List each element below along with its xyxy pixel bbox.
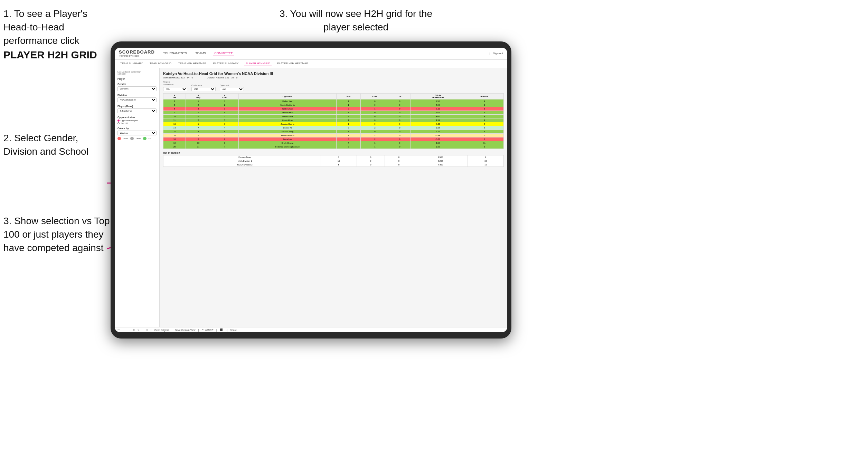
grid-area: Katelyn Vo Head-to-Head Grid for Women's… xyxy=(160,68,507,327)
opponents-label: Opponents: xyxy=(163,84,187,86)
table-row: 16 1 3 Jessica Mason 1 2 0 -0.94 7 xyxy=(163,133,504,137)
region-filter-select[interactable]: (All) xyxy=(163,87,187,91)
opponent-view-label: Opponent view xyxy=(117,116,157,118)
colour-by-select[interactable]: Win/loss xyxy=(117,131,157,135)
toolbar-sep2: | xyxy=(172,329,172,331)
col-diff: Diff AvStrokes/Rnd xyxy=(411,93,465,99)
filters-row: Region Opponents: (All) Conference (All) xyxy=(163,81,504,91)
instruction-step1: 1. To see a Player's Head-to-Head perfor… xyxy=(3,7,114,62)
toolbar-view-original[interactable]: View: Original xyxy=(154,329,169,331)
radio-opponents-played[interactable]: Opponents Played xyxy=(117,120,157,122)
header-right: | Sign out xyxy=(490,52,503,55)
grid-records: Overall Record: 353 - 34 - 6 Division Re… xyxy=(163,76,504,79)
table-row: 10 6 3 Andrea York 2 0 0 4.00 4 xyxy=(163,114,504,118)
subnav-team-h2h-grid[interactable]: TEAM H2H GRID xyxy=(148,61,173,66)
subnav-team-summary[interactable]: TEAM SUMMARY xyxy=(119,61,144,66)
nav-committee[interactable]: COMMITTEE xyxy=(213,51,234,56)
table-row: 5 2 2 Alexis Sudjianto 1 0 0 4.00 3 xyxy=(163,103,504,107)
main-data-table: #Div #Reg #Conf Opponent Win Loss Tie Di… xyxy=(163,93,504,149)
table-row: 9 1 4 Sharon Mun 1 0 0 3.67 3 xyxy=(163,111,504,114)
col-div: #Div xyxy=(163,93,186,99)
player-rank-label: Player (Rank) xyxy=(117,105,157,107)
opponent-view-section: Opponent view Opponents Played Top 100 xyxy=(117,116,157,124)
header-divider: | xyxy=(490,52,490,55)
logo-sub: Powered by clippd xyxy=(119,55,155,57)
sidebar: Last Updated: 27/03/2024 16:55:38 Player… xyxy=(115,68,160,327)
toolbar-watch[interactable]: 👁 Watch ▾ xyxy=(202,328,214,331)
col-opponent: Opponent xyxy=(239,93,336,99)
toolbar-forward[interactable]: → xyxy=(128,329,130,331)
sidebar-player-section: Player xyxy=(117,78,157,80)
table-row: 3 1 1 Esther Lee 1 0 0 1.50 4 xyxy=(163,99,504,103)
ood-table-row: NCAA Division 2 5 0 0 7.400 10 xyxy=(163,163,504,166)
ood-table-row: Foreign Team 1 0 0 4.500 2 xyxy=(163,155,504,159)
col-conf: #Conf xyxy=(211,93,239,99)
radio-dot-top100 xyxy=(117,122,120,124)
table-row: 11 2 5 Heejo Hyun 1 0 0 3.33 3 xyxy=(163,118,504,122)
player-rank-select[interactable]: 8. Katelyn Vo xyxy=(117,108,157,113)
toolbar-download[interactable]: ⬛ xyxy=(220,328,223,331)
toolbar-undo[interactable]: ↩ xyxy=(117,328,120,331)
toolbar-clock[interactable]: ◷ xyxy=(146,328,148,331)
table-row: 18 2 2 Euna Lee 0 2 0 -5.00 2 xyxy=(163,137,504,141)
app-header: SCOREBOARD Powered by clippd TOURNAMENTS… xyxy=(115,48,507,60)
subnav-player-h2h-grid[interactable]: PLAYER H2H GRID xyxy=(244,61,272,66)
table-row: 19 10 6 Emily Chang 4 1 0 0.30 11 xyxy=(163,141,504,145)
toolbar-sep3: | xyxy=(198,329,199,331)
overall-record: Overall Record: 353 - 34 - 6 xyxy=(163,76,193,79)
colour-label-up: Up xyxy=(149,137,151,140)
nav-teams[interactable]: TEAMS xyxy=(194,51,207,56)
colour-label-down: Down xyxy=(123,137,128,140)
filter-conference: Conference (All) xyxy=(191,84,216,91)
sign-out-link[interactable]: Sign out xyxy=(493,52,503,55)
toolbar-back[interactable]: ← xyxy=(122,329,125,331)
out-of-division-header: Out of division xyxy=(163,152,504,154)
filter-region: Region Opponents: (All) xyxy=(163,81,187,91)
sidebar-player-rank-section: Player (Rank) 8. Katelyn Vo xyxy=(117,105,157,113)
division-select[interactable]: NCAA Division III xyxy=(117,97,157,102)
bottom-toolbar: ↩ ← → ⊞ ↺ · ◷ | View: Original | Save Cu… xyxy=(115,327,507,332)
subnav-player-summary[interactable]: PLAYER SUMMARY xyxy=(212,61,240,66)
toolbar-share[interactable]: Share xyxy=(230,329,237,331)
sidebar-timestamp: Last Updated: 27/03/2024 16:55:38 xyxy=(117,71,157,75)
colour-by-label: Colour by xyxy=(117,127,157,130)
toolbar-refresh[interactable]: ↺ xyxy=(138,328,140,331)
table-row: 13 1 1 Jessica Huang 1 0 0 -3.00 2 xyxy=(163,122,504,126)
tablet-screen: SCOREBOARD Powered by clippd TOURNAMENTS… xyxy=(115,48,507,332)
division-record: Division Record: 331 - 34 - 6 xyxy=(207,76,237,79)
gender-label: Gender xyxy=(117,83,157,85)
col-tie: Tie xyxy=(389,93,411,99)
subnav-team-h2h-heatmap[interactable]: TEAM H2H HEATMAP xyxy=(177,61,208,66)
out-of-division-table: Foreign Team 1 0 0 4.500 2 NAIA Division… xyxy=(163,155,504,167)
main-nav: TOURNAMENTS TEAMS COMMITTEE xyxy=(162,51,234,56)
instruction-step3-right: 3. You will now see H2H grid for the pla… xyxy=(270,7,442,34)
colour-dot-down xyxy=(117,137,121,140)
col-win: Win xyxy=(336,93,361,99)
conference-filter-select[interactable]: (All) xyxy=(191,87,216,91)
player-label: Player xyxy=(117,78,157,80)
instruction-step3-left: 3. Show selection vs Top 100 or just pla… xyxy=(3,214,111,255)
instruction-step2: 2. Select Gender, Division and School xyxy=(3,131,107,158)
subnav-player-h2h-heatmap[interactable]: PLAYER H2H HEATMAP xyxy=(276,61,310,66)
toolbar-dot: · xyxy=(142,329,143,331)
colour-dot-up xyxy=(143,137,147,140)
filter-opponent: Opponent (All) xyxy=(220,84,244,91)
logo-area: SCOREBOARD Powered by clippd xyxy=(119,50,155,57)
sidebar-division-section: Division NCAA Division III xyxy=(117,94,157,102)
table-row: 20 11 7 Federica Domecq Lacroze 2 1 0 1.… xyxy=(163,145,504,149)
toolbar-grid[interactable]: ⊞ xyxy=(133,328,135,331)
table-row: 6 3 3 Sydney Kuo 0 1 0 -1.00 3 xyxy=(163,107,504,111)
opponent-filter-select[interactable]: (All) xyxy=(220,87,244,91)
gender-select[interactable]: Women's xyxy=(117,86,157,91)
toolbar-sort[interactable]: ↓| xyxy=(226,329,227,331)
colour-label-level: Level xyxy=(136,137,141,140)
col-rounds: Rounds xyxy=(465,93,504,99)
table-row: 14 7 4 Eunice Yi 2 2 0 0.38 9 xyxy=(163,126,504,130)
ood-table-row: NAIA Division 1 15 0 0 9.267 30 xyxy=(163,159,504,163)
table-row: 15 8 5 Stella Cheng 1 0 0 1.25 4 xyxy=(163,130,504,133)
nav-tournaments[interactable]: TOURNAMENTS xyxy=(162,51,188,56)
grid-title: Katelyn Vo Head-to-Head Grid for Women's… xyxy=(163,72,504,76)
radio-top100[interactable]: Top 100 xyxy=(117,122,157,124)
toolbar-save-custom[interactable]: Save Custom View xyxy=(175,329,196,331)
toolbar-sep1: | xyxy=(151,329,151,331)
